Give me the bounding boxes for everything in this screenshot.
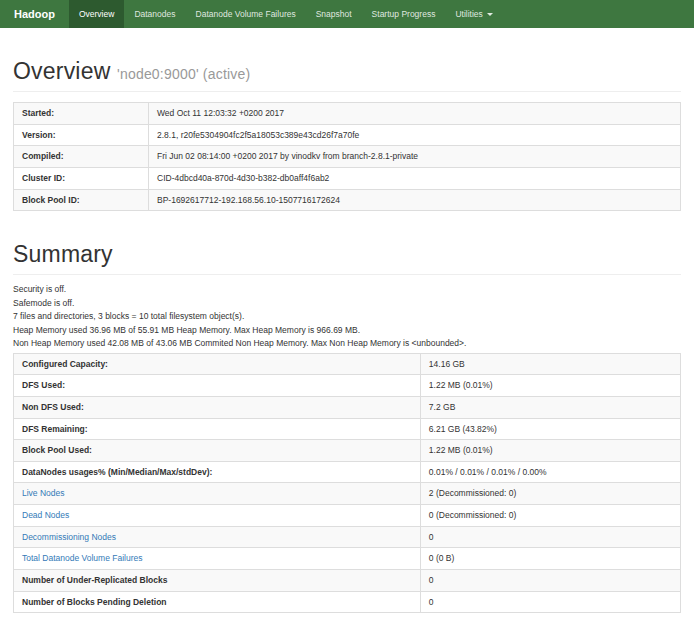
- nav-item-overview: Overview: [69, 0, 124, 28]
- table-row: Decommissioning Nodes 0: [14, 526, 681, 548]
- row-value: BP-1692617712-192.168.56.10-150771617262…: [149, 189, 681, 211]
- row-value: 0 (Decommissioned: 0): [420, 505, 680, 527]
- nav-label: Datanode Volume Failures: [196, 9, 296, 19]
- row-value: 6.21 GB (43.82%): [420, 418, 680, 440]
- summary-table: Configured Capacity: 14.16 GB DFS Used: …: [13, 353, 681, 614]
- table-row: Version: 2.8.1, r20fe5304904fc2f5a18053c…: [14, 124, 681, 146]
- row-label: Number of Under-Replicated Blocks: [14, 569, 421, 591]
- row-label: DFS Used:: [14, 375, 421, 397]
- row-label: Version:: [14, 124, 149, 146]
- filesystem-objects-text: 7 files and directories, 3 blocks = 10 t…: [13, 312, 681, 321]
- row-label: Block Pool Used:: [14, 440, 421, 462]
- overview-title: Overview: [13, 58, 110, 84]
- table-row: DataNodes usages% (Min/Median/Max/stdDev…: [14, 461, 681, 483]
- row-value: 2.8.1, r20fe5304904fc2f5a18053c389e43cd2…: [149, 124, 681, 146]
- row-value: 0.01% / 0.01% / 0.01% / 0.00%: [420, 461, 680, 483]
- navbar-brand: Hadoop: [0, 0, 69, 28]
- row-label: Total Datanode Volume Failures: [14, 548, 421, 570]
- navbar-menu: Overview Datanodes Datanode Volume Failu…: [69, 0, 503, 28]
- row-label: Cluster ID:: [14, 167, 149, 189]
- table-row: Non DFS Used: 7.2 GB: [14, 396, 681, 418]
- nav-label: Snapshot: [316, 9, 352, 19]
- security-status-text: Security is off.: [13, 285, 681, 294]
- row-value: 0 (0 B): [420, 548, 680, 570]
- nav-item-startup-progress: Startup Progress: [362, 0, 446, 28]
- table-row: Block Pool Used: 1.22 MB (0.01%): [14, 440, 681, 462]
- safemode-status-text: Safemode is off.: [13, 299, 681, 308]
- row-label: Compiled:: [14, 146, 149, 168]
- table-row: Total Datanode Volume Failures 0 (0 B): [14, 548, 681, 570]
- row-value: 1.22 MB (0.01%): [420, 375, 680, 397]
- row-value: 0: [420, 569, 680, 591]
- divider: [13, 91, 681, 92]
- row-label: DFS Remaining:: [14, 418, 421, 440]
- row-value: Wed Oct 11 12:03:32 +0200 2017: [149, 103, 681, 125]
- top-navbar: Hadoop Overview Datanodes Datanode Volum…: [0, 0, 694, 28]
- row-label: Dead Nodes: [14, 505, 421, 527]
- nav-label: Datanodes: [134, 9, 175, 19]
- table-row: Block Pool ID: BP-1692617712-192.168.56.…: [14, 189, 681, 211]
- table-row: Dead Nodes 0 (Decommissioned: 0): [14, 505, 681, 527]
- table-row: Started: Wed Oct 11 12:03:32 +0200 2017: [14, 103, 681, 125]
- table-row: Cluster ID: CID-4dbcd40a-870d-4d30-b382-…: [14, 167, 681, 189]
- row-label: DataNodes usages% (Min/Median/Max/stdDev…: [14, 461, 421, 483]
- table-row: DFS Remaining: 6.21 GB (43.82%): [14, 418, 681, 440]
- nav-item-snapshot: Snapshot: [306, 0, 362, 28]
- summary-title: Summary: [13, 241, 681, 268]
- row-label: Decommissioning Nodes: [14, 526, 421, 548]
- heap-memory-text: Heap Memory used 36.96 MB of 55.91 MB He…: [13, 326, 681, 335]
- row-value: Fri Jun 02 08:14:00 +0200 2017 by vinodk…: [149, 146, 681, 168]
- volume-failures-link[interactable]: Total Datanode Volume Failures: [22, 553, 143, 563]
- nav-item-datanodes: Datanodes: [124, 0, 185, 28]
- row-value: 14.16 GB: [420, 353, 680, 375]
- row-value: 0: [420, 591, 680, 613]
- row-label: Non DFS Used:: [14, 396, 421, 418]
- row-label: Live Nodes: [14, 483, 421, 505]
- row-label: Configured Capacity:: [14, 353, 421, 375]
- row-value: 7.2 GB: [420, 396, 680, 418]
- page-title: Overview 'node0:9000' (active): [13, 58, 681, 85]
- table-row: DFS Used: 1.22 MB (0.01%): [14, 375, 681, 397]
- overview-table: Started: Wed Oct 11 12:03:32 +0200 2017 …: [13, 102, 681, 211]
- row-value: CID-4dbcd40a-870d-4d30-b382-db0aff4f6ab2: [149, 167, 681, 189]
- divider: [13, 274, 681, 275]
- table-row: Compiled: Fri Jun 02 08:14:00 +0200 2017…: [14, 146, 681, 168]
- row-label: Started:: [14, 103, 149, 125]
- overview-subtitle: 'node0:9000' (active): [117, 66, 250, 82]
- row-value: 0: [420, 526, 680, 548]
- non-heap-memory-text: Non Heap Memory used 42.08 MB of 43.06 M…: [13, 339, 681, 348]
- nav-label: Overview: [79, 9, 114, 19]
- table-row: Configured Capacity: 14.16 GB: [14, 353, 681, 375]
- decommissioning-nodes-link[interactable]: Decommissioning Nodes: [22, 532, 116, 542]
- row-value: 2 (Decommissioned: 0): [420, 483, 680, 505]
- page-content: Overview 'node0:9000' (active) Started: …: [0, 58, 694, 613]
- live-nodes-link[interactable]: Live Nodes: [22, 488, 65, 498]
- table-row: Number of Under-Replicated Blocks 0: [14, 569, 681, 591]
- chevron-down-icon: [487, 13, 493, 16]
- nav-item-utilities: Utilities: [445, 0, 502, 28]
- nav-label: Startup Progress: [372, 9, 436, 19]
- table-row: Number of Blocks Pending Deletion 0: [14, 591, 681, 613]
- row-label: Number of Blocks Pending Deletion: [14, 591, 421, 613]
- nav-item-datanode-volume-failures: Datanode Volume Failures: [186, 0, 306, 28]
- row-value: 1.22 MB (0.01%): [420, 440, 680, 462]
- nav-label: Utilities: [455, 9, 482, 19]
- row-label: Block Pool ID:: [14, 189, 149, 211]
- dead-nodes-link[interactable]: Dead Nodes: [22, 510, 69, 520]
- table-row: Live Nodes 2 (Decommissioned: 0): [14, 483, 681, 505]
